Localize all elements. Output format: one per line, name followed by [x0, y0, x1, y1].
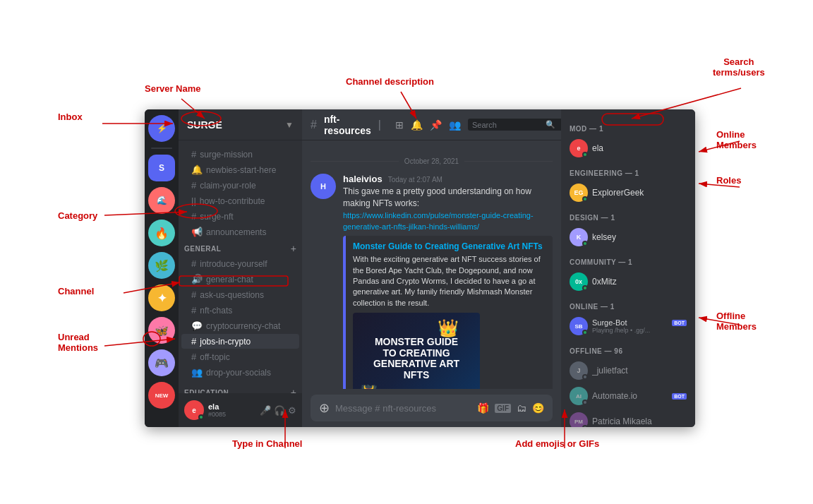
main-content: # nft-resources | Here we will post the … — [302, 109, 561, 427]
svg-line-11 — [699, 318, 740, 325]
member-item-automate[interactable]: AI Automate.io BOT — [567, 385, 689, 407]
hash-icon: # — [191, 180, 196, 191]
annotation-roles: Roles — [716, 175, 741, 186]
chat-icon: 💬 — [191, 320, 203, 331]
sticker-icon[interactable]: 🗂 — [517, 402, 526, 414]
member-avatar: EG — [570, 184, 588, 202]
channel-item[interactable]: 🔔 newbies-start-here — [181, 162, 299, 177]
category-education-header[interactable]: EDUCATION + — [179, 384, 302, 393]
member-item-julietfact[interactable]: J _julietfact — [567, 359, 689, 382]
message-author: haleivios — [343, 174, 383, 184]
annotation-offline-members: OfflineMembers — [716, 311, 757, 332]
gift-icon[interactable]: 🎁 — [477, 402, 489, 414]
channel-item[interactable]: 💬 cryptocurrency-chat — [181, 318, 299, 333]
member-avatar: e — [570, 139, 588, 157]
header-icons: ⊞ 🔔 📌 👥 🔍 📥 ❓ — [395, 119, 561, 131]
channel-sidebar: SURGE ▼ # surge-mission 🔔 newbies-start-… — [179, 109, 302, 427]
role-header-design: DESIGN — 1 — [567, 210, 689, 223]
notifications-icon[interactable]: 🔔 — [411, 119, 423, 131]
member-item-ela[interactable]: e ela — [567, 137, 689, 160]
member-item-surgebot[interactable]: SB Surge-Bot BOT Playing /help • .gg/... — [567, 315, 689, 337]
message-input-area: ⊕ 🎁 GIF 🗂 😊 — [302, 389, 561, 427]
bell-icon: 🔔 — [191, 164, 203, 175]
bot-badge: BOT — [672, 320, 687, 326]
hash-icon: # — [191, 149, 196, 160]
add-channel-icon[interactable]: + — [291, 387, 296, 393]
server-divider — [151, 148, 172, 149]
channel-item[interactable]: 📢 announcements — [181, 224, 299, 239]
message-input[interactable] — [335, 403, 471, 414]
message-avatar: H — [311, 174, 336, 199]
user-status-dot — [198, 414, 204, 420]
server-header[interactable]: SURGE ▼ — [179, 109, 302, 140]
add-content-button[interactable]: ⊕ — [319, 400, 330, 416]
server-icon-5[interactable]: 🦋 — [148, 317, 175, 344]
pin-icon[interactable]: 📌 — [430, 119, 442, 131]
channel-item[interactable]: # introduce-yourself — [181, 256, 299, 271]
channel-item-jobs-in-crypto[interactable]: # jobs-in-crypto — [181, 334, 299, 349]
channel-item[interactable]: # surge-mission — [181, 147, 299, 162]
hash-icon: # — [191, 305, 196, 316]
member-status-online — [582, 241, 588, 246]
server-icon-1[interactable]: 🌊 — [148, 187, 175, 214]
search-input[interactable] — [472, 121, 543, 129]
threads-icon[interactable]: ⊞ — [395, 119, 404, 131]
channel-item[interactable]: 🔊 general-chat — [181, 272, 299, 287]
messages-area: October 28, 2021 H haleivios Today at 2:… — [302, 140, 561, 389]
megaphone-icon: 📢 — [191, 227, 203, 237]
members-icon[interactable]: 👥 — [449, 119, 461, 131]
bot-badge: BOT — [672, 393, 687, 400]
category-general-header[interactable]: GENERAL + — [179, 240, 302, 256]
emoji-icon[interactable]: 😊 — [532, 402, 544, 414]
channel-item[interactable]: # surge-nft — [181, 209, 299, 224]
hash-icon: # — [191, 211, 196, 222]
member-status-offline — [582, 425, 588, 427]
server-icon-2[interactable]: 🔥 — [148, 220, 175, 246]
member-item-kelsey[interactable]: K kelsey — [567, 226, 689, 248]
member-item-patricia[interactable]: PM Patricia Mikaela — [567, 410, 689, 427]
message-text: This gave me a pretty good understanding… — [343, 186, 553, 233]
gif-icon[interactable]: GIF — [495, 404, 511, 413]
member-item-0xmitz[interactable]: 0x 0xMitz — [567, 270, 689, 293]
hash-icon: # — [191, 352, 196, 362]
channel-name: announcements — [206, 227, 294, 237]
channel-item[interactable]: # ask-us-questions — [181, 287, 299, 302]
channel-item[interactable]: # claim-your-role — [181, 178, 299, 193]
embed-description: With the exciting generative art NFT suc… — [353, 254, 546, 308]
hash-icon: # — [191, 258, 196, 269]
role-header-engineering: ENGINEERING — 1 — [567, 165, 689, 179]
svg-line-5 — [699, 184, 740, 187]
add-channel-icon[interactable]: + — [291, 243, 296, 254]
settings-icon[interactable]: ⚙ — [288, 405, 296, 416]
date-divider: October 28, 2021 — [311, 157, 553, 165]
search-icon: 🔍 — [546, 120, 555, 129]
server-icon-surge[interactable]: S — [148, 155, 175, 181]
people-icon: 👥 — [191, 367, 203, 378]
member-item-explorergeek[interactable]: EG ExplorerGeek — [567, 181, 689, 204]
channel-item[interactable]: 👥 drop-your-socials — [181, 365, 299, 380]
channel-item[interactable]: # off-topic — [181, 349, 299, 364]
channel-item[interactable]: # nft-chats — [181, 303, 299, 318]
member-avatar: J — [570, 361, 588, 380]
message-group: H haleivios Today at 2:07 AM This gave m… — [311, 174, 553, 389]
message-link[interactable]: https://www.linkedin.com/pulse/monster-g… — [343, 211, 534, 232]
microphone-icon[interactable]: 🎤 — [260, 405, 271, 416]
discord-icon[interactable]: ⚡ — [148, 115, 175, 142]
channel-name: surge-nft — [200, 212, 294, 222]
server-icon-3[interactable]: 🌿 — [148, 252, 175, 279]
voice-icon: 🔊 — [191, 274, 203, 284]
headphone-icon[interactable]: 🎧 — [274, 405, 285, 416]
message-input-box: ⊕ 🎁 GIF 🗂 😊 — [311, 395, 553, 421]
annotation-server-name: Server Name — [145, 83, 201, 94]
channel-name: introduce-yourself — [200, 259, 294, 269]
server-name: SURGE — [187, 119, 285, 131]
annotation-unread-mentions: UnreadMentions — [58, 332, 98, 353]
nft-title-text: MONSTER GUIDEto creatingGenerative ArtNF… — [373, 337, 459, 380]
bot-info: Automate.io BOT — [592, 391, 687, 401]
channel-name: general-chat — [206, 275, 294, 284]
channel-name: jobs-in-crypto — [200, 337, 294, 347]
server-icon-4[interactable]: ✦ — [148, 284, 175, 311]
channel-item[interactable]: || how-to-contribute — [181, 193, 299, 208]
server-icon-new[interactable]: NEW — [148, 382, 175, 409]
server-icon-6[interactable]: 🎮 — [148, 349, 175, 376]
